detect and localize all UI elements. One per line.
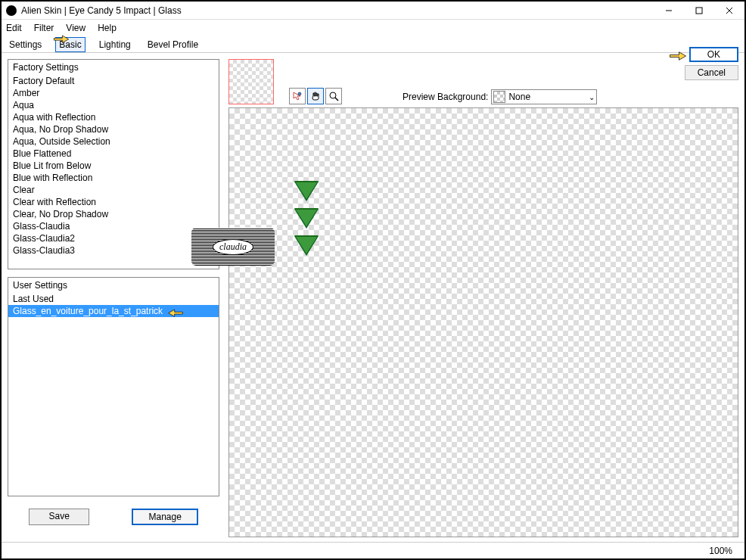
tabs: Settings Basic Lighting Bevel Profile [2,36,744,53]
zoom-level: 100% [709,546,732,556]
list-item[interactable]: Glass-Claudia3 [8,244,219,257]
preview-thumbnail[interactable] [228,59,274,104]
preview-panel: OK Cancel Preview Background: [228,59,738,537]
factory-settings-header: Factory Settings [8,60,219,75]
manage-button[interactable]: Manage [132,509,197,525]
checker-swatch-icon [493,91,505,103]
window-title: Alien Skin | Eye Candy 5 Impact | Glass [21,5,654,16]
preview-toolbar: Preview Background: None ⌄ [228,59,738,104]
user-settings-header: User Settings [8,278,219,293]
list-item[interactable]: Aqua, Outside Selection [8,135,219,148]
chevron-down-icon: ⌄ [589,93,595,101]
list-item[interactable]: Blue Flattened [8,148,219,160]
menu-filter[interactable]: Filter [34,23,54,33]
user-settings-list[interactable]: User Settings Last Used Glass_en_voiture… [8,277,219,496]
arrow-down-icon [294,235,319,255]
list-item[interactable]: Aqua [8,99,219,111]
menu-help[interactable]: Help [98,23,117,33]
svg-rect-1 [696,8,702,14]
watermark-text: claudia [213,239,253,255]
list-item[interactable]: Factory Default [8,75,219,87]
preview-background-value: None [508,92,586,102]
list-item[interactable]: Clear [8,184,219,196]
settings-panel: Factory Settings Factory Default Amber A… [8,59,219,537]
factory-settings-list[interactable]: Factory Settings Factory Default Amber A… [8,59,219,269]
arrow-down-icon [294,208,319,228]
list-item[interactable]: Blue Lit from Below [8,160,219,172]
ok-button[interactable]: OK [689,47,738,62]
app-icon [6,5,17,16]
tab-lighting[interactable]: Lighting [96,38,134,51]
list-item[interactable]: Clear, No Drop Shadow [8,208,219,220]
tab-settings[interactable]: Settings [6,38,45,51]
menu-edit[interactable]: Edit [6,23,22,33]
titlebar: Alien Skin | Eye Candy 5 Impact | Glass [2,2,744,20]
dialog-buttons: OK Cancel [685,47,738,80]
preview-background-label: Preview Background: [403,92,488,102]
minimize-button[interactable] [654,2,684,20]
hand-tool-icon[interactable] [307,88,324,104]
list-item-selected[interactable]: Glass_en_voiture_pour_la_st_patrick [8,305,219,317]
settings-buttons: Save Manage [8,504,219,530]
list-item[interactable]: Aqua with Reflection [8,111,219,123]
list-item[interactable]: Clear with Reflection [8,196,219,208]
list-item[interactable]: Last Used [8,293,219,305]
save-button[interactable]: Save [29,509,89,525]
list-item[interactable]: Blue with Reflection [8,172,219,184]
tab-bevel[interactable]: Bevel Profile [145,38,201,51]
cancel-button[interactable]: Cancel [685,65,738,80]
preview-canvas[interactable]: claudia [228,107,738,537]
arrow-down-icon [294,181,319,201]
tab-basic[interactable]: Basic [55,37,85,52]
cursor-hand-icon [668,47,688,61]
list-item[interactable]: Amber [8,87,219,99]
list-item[interactable]: Glass-Claudia2 [8,232,219,244]
svg-line-7 [335,98,338,101]
menubar: Edit Filter View Help [2,20,744,36]
list-item[interactable]: Aqua, No Drop Shadow [8,123,219,135]
zoom-tool-icon[interactable] [325,88,342,104]
cursor-hand-icon [167,305,184,317]
list-item[interactable]: Glass-Claudia [8,220,219,232]
close-button[interactable] [714,2,744,20]
statusbar: 100% [2,542,744,558]
maximize-button[interactable] [684,2,714,20]
menu-view[interactable]: View [66,23,85,33]
watermark-stamp: claudia [191,228,275,266]
preview-background-select[interactable]: None ⌄ [491,89,597,104]
svg-point-5 [298,92,301,95]
move-tool-icon[interactable] [289,88,306,104]
svg-point-6 [330,92,336,98]
